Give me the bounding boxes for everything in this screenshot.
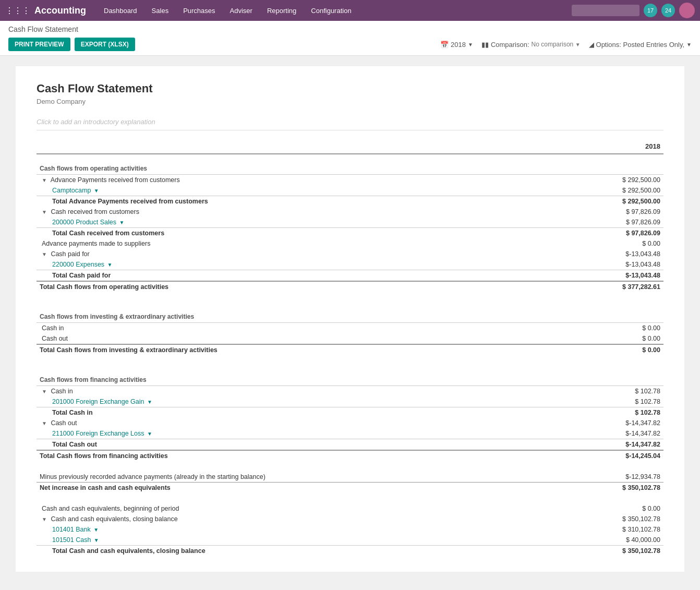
nav-dashboard[interactable]: Dashboard (96, 0, 144, 21)
expand-icon[interactable]: ▼ (42, 251, 47, 257)
nav-adviser[interactable]: Adviser (223, 0, 260, 21)
activity-badge[interactable]: 17 (644, 4, 657, 17)
row-value: $ 97,826.09 (538, 228, 663, 239)
row-label: Minus previously recorded advance paymen… (37, 472, 538, 483)
nav-links: Dashboard Sales Purchases Adviser Report… (96, 0, 572, 21)
actions-row: PRINT PREVIEW EXPORT (XLSX) 📅 2018 ▼ ▮▮ … (8, 38, 692, 51)
row-value: $ 40,000.00 (538, 535, 663, 546)
report-table: 2018 Cash flows from operating activitie… (37, 141, 663, 556)
table-row: 200000 Product Sales ▼ $ 97,826.09 (37, 217, 663, 228)
print-preview-button[interactable]: PRINT PREVIEW (8, 38, 70, 51)
nav-purchases[interactable]: Purchases (176, 0, 222, 21)
page-title: Cash Flow Statement (8, 25, 692, 33)
row-value: $-14,347.82 (538, 418, 663, 428)
section-operating-header: Cash flows from operating activities (37, 154, 663, 175)
dropdown-arrow-icon[interactable]: ▼ (107, 262, 113, 268)
expenses-link[interactable]: 220000 Expenses (52, 261, 104, 268)
product-sales-link[interactable]: 200000 Product Sales (52, 219, 116, 226)
forex-gain-link[interactable]: 201000 Foreign Exchange Gain (52, 398, 144, 405)
expand-icon[interactable]: ▼ (42, 177, 47, 183)
year-filter[interactable]: 📅 2018 ▼ (440, 41, 473, 49)
comparison-value: No comparison ▼ (532, 41, 581, 48)
report-title: Cash Flow Statement (37, 82, 663, 95)
table-row: Camptocamp ▼ $ 292,500.00 (37, 185, 663, 196)
intro-placeholder[interactable]: Click to add an introductory explanation (37, 114, 663, 130)
table-row: 101401 Bank ▼ $ 310,102.78 (37, 524, 663, 535)
table-row: 211000 Foreign Exchange Loss ▼ $-14,347.… (37, 428, 663, 439)
main-content: Cash Flow Statement Demo Company Click t… (0, 56, 700, 582)
expand-icon[interactable]: ▼ (42, 209, 47, 215)
net-increase-row: Net increase in cash and cash equivalent… (37, 483, 663, 493)
table-row: Cash in $ 0.00 (37, 323, 663, 334)
dropdown-arrow-icon[interactable]: ▼ (94, 537, 99, 543)
row-label: Cash out (37, 333, 538, 344)
dropdown-arrow-icon[interactable]: ▼ (119, 220, 125, 225)
row-value: $ 0.00 (538, 503, 663, 514)
expand-icon[interactable]: ▼ (42, 389, 47, 394)
dropdown-arrow-icon[interactable]: ▼ (147, 431, 152, 437)
dropdown-arrow-icon[interactable]: ▼ (147, 399, 152, 405)
search-input[interactable] (572, 5, 639, 16)
message-badge[interactable]: 24 (661, 4, 675, 17)
spacer-row (37, 292, 663, 303)
row-label: Total Cash flows from investing & extrao… (37, 344, 538, 355)
nav-configuration[interactable]: Configuration (304, 0, 358, 21)
section-investing-header: Cash flows from investing & extraordinar… (37, 303, 663, 323)
row-value: $-12,934.78 (538, 472, 663, 483)
row-value: $ 292,500.00 (538, 185, 663, 196)
chart-icon: ▮▮ (481, 41, 489, 49)
sub-header: Cash Flow Statement PRINT PREVIEW EXPORT… (0, 21, 700, 56)
comparison-filter[interactable]: ▮▮ Comparison: No comparison ▼ (481, 41, 581, 49)
table-row: Cash out $ 0.00 (37, 333, 663, 344)
table-row: Total Cash paid for $-13,043.48 (37, 270, 663, 282)
row-value: $ 0.00 (538, 344, 663, 355)
row-value: $ 102.78 (538, 386, 663, 397)
row-label: Total Advance Payments received from cus… (37, 196, 538, 207)
table-row: Total Advance Payments received from cus… (37, 196, 663, 207)
calendar-icon: 📅 (440, 41, 449, 49)
nav-reporting[interactable]: Reporting (260, 0, 304, 21)
export-xlsx-button[interactable]: EXPORT (XLSX) (75, 38, 135, 51)
row-label: Total Cash flows from operating activiti… (37, 281, 538, 292)
row-label: Total Cash in (37, 407, 538, 418)
row-value: $ 97,826.09 (538, 207, 663, 217)
camptocamp-link[interactable]: Camptocamp (52, 187, 91, 194)
dropdown-arrow-icon[interactable]: ▼ (94, 188, 99, 194)
table-row: Advance payments made to suppliers $ 0.0… (37, 238, 663, 249)
options-filter[interactable]: ◢ Options: Posted Entries Only, ▼ (589, 41, 692, 49)
spacer-row (37, 355, 663, 366)
options-label: Options: Posted Entries Only, (596, 41, 685, 49)
year-header-row: 2018 (37, 141, 663, 154)
section-financing-header: Cash flows from financing activities (37, 366, 663, 386)
table-row: ▼ Advance Payments received from custome… (37, 175, 663, 186)
nav-sales[interactable]: Sales (144, 0, 176, 21)
row-value: $ 310,102.78 (538, 524, 663, 535)
row-label: ▼ Cash and cash equivalents, closing bal… (37, 514, 538, 524)
row-value: $ 0.00 (538, 238, 663, 249)
grid-icon[interactable]: ⋮⋮⋮ (5, 6, 30, 16)
row-value: $ 102.78 (538, 396, 663, 407)
table-row: Total Cash flows from financing activiti… (37, 450, 663, 461)
row-value: $-13,043.48 (538, 259, 663, 270)
year-arrow: ▼ (468, 42, 473, 47)
table-row: Total Cash flows from operating activiti… (37, 281, 663, 292)
app-title: Accounting (34, 5, 86, 16)
avatar[interactable] (679, 3, 695, 18)
cash-link[interactable]: 101501 Cash (52, 536, 91, 544)
top-navigation: ⋮⋮⋮ Accounting Dashboard Sales Purchases… (0, 0, 700, 21)
report-company: Demo Company (37, 98, 663, 105)
table-row: Total Cash flows from investing & extrao… (37, 344, 663, 355)
row-value: $-14,245.04 (538, 450, 663, 461)
expand-icon[interactable]: ▼ (42, 420, 47, 426)
expand-icon[interactable]: ▼ (42, 516, 47, 522)
section-financing-label: Cash flows from financing activities (37, 366, 663, 386)
forex-loss-link[interactable]: 211000 Foreign Exchange Loss (52, 430, 144, 437)
closing-total-row: Total Cash and cash equivalents, closing… (37, 546, 663, 557)
dropdown-arrow-icon[interactable]: ▼ (93, 527, 99, 533)
bank-link[interactable]: 101401 Bank (52, 526, 91, 533)
row-value: $ 102.78 (538, 407, 663, 418)
row-value: $ 292,500.00 (538, 196, 663, 207)
row-value: $ 350,102.78 (538, 546, 663, 557)
row-label: Total Cash and cash equivalents, closing… (37, 546, 538, 557)
row-label: 101501 Cash ▼ (37, 535, 538, 546)
